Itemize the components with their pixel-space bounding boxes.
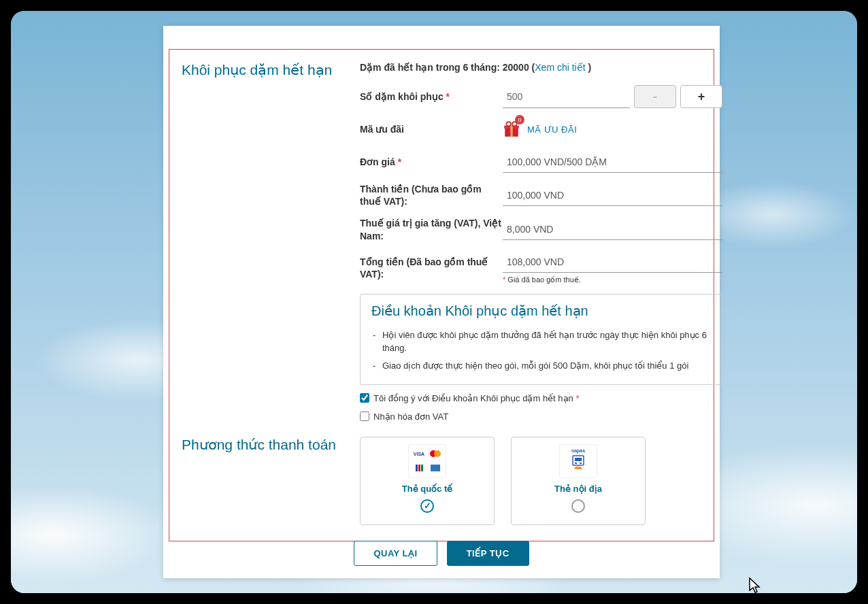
- napas-icon: napas: [559, 444, 597, 478]
- terms-item: Hội viên được khôi phục dặm thưởng đã hế…: [382, 329, 711, 355]
- subtotal-label: Thành tiền (Chưa bao gồm thuế VAT):: [360, 183, 503, 207]
- agree-checkbox[interactable]: [360, 393, 369, 403]
- svg-rect-6: [575, 458, 582, 461]
- detail-link[interactable]: Xem chi tiết: [535, 62, 585, 73]
- terms-item: Giao dịch được thực hiện theo gói, mỗi g…: [382, 359, 711, 373]
- payment-label: Thẻ quốc tế: [402, 484, 453, 494]
- promo-label: Mã ưu đãi: [360, 123, 503, 135]
- radio-unchecked-icon: [571, 499, 585, 513]
- quantity-label: Số dặm khôi phục *: [360, 90, 503, 103]
- card-logos-icon: VISA: [408, 444, 446, 478]
- svg-rect-7: [575, 463, 577, 464]
- payment-label: Thẻ nội địa: [554, 484, 602, 494]
- increase-button[interactable]: +: [680, 85, 722, 108]
- continue-button[interactable]: TIẾP TỤC: [447, 541, 529, 566]
- vat-invoice-label: Nhận hóa đơn VAT: [373, 412, 448, 422]
- unit-price-label: Đơn giá *: [360, 156, 503, 168]
- terms-box: Điều khoản Khôi phục dặm hết hạn Hội viê…: [360, 294, 722, 385]
- back-button[interactable]: QUAY LẠI: [354, 541, 437, 566]
- gift-icon: 0: [503, 120, 520, 138]
- vat-value: 8,000 VND: [503, 219, 722, 240]
- expired-miles-header: Dặm đã hết hạn trong 6 tháng: 20000 (Xem…: [360, 62, 722, 73]
- main-panel: Khôi phục dặm hết hạn Dặm đã hết hạn tro…: [163, 26, 720, 578]
- decrease-button[interactable]: -: [634, 85, 676, 108]
- terms-title: Điều khoản Khôi phục dặm hết hạn: [371, 303, 711, 319]
- agree-label: Tôi đồng ý với Điều khoản Khôi phục dặm …: [373, 393, 579, 403]
- vat-invoice-checkbox[interactable]: [360, 412, 369, 421]
- quantity-input[interactable]: [503, 85, 630, 108]
- price-note: * Giá đã bao gồm thuế.: [503, 275, 722, 284]
- unit-price-value: 100,000 VND/500 DẶM: [503, 152, 722, 173]
- form-container: Khôi phục dặm hết hạn Dặm đã hết hạn tro…: [169, 49, 714, 541]
- total-label: Tổng tiền (Đã bao gồm thuế VAT):: [360, 256, 503, 280]
- promo-code-link[interactable]: MÃ ƯU ĐÃI: [527, 124, 577, 135]
- svg-rect-8: [580, 463, 582, 464]
- section-title: Khôi phục dặm hết hạn: [182, 62, 352, 78]
- svg-rect-2: [510, 126, 512, 137]
- subtotal-value: 100,000 VND: [503, 185, 722, 206]
- total-value: 108,000 VND: [503, 252, 722, 273]
- vat-label: Thuế giá trị gia tăng (VAT), Việt Nam:: [360, 217, 503, 241]
- radio-checked-icon: [420, 499, 434, 513]
- payment-option-international[interactable]: VISA Thẻ quốc tế: [360, 437, 495, 525]
- payment-option-domestic[interactable]: napas Thẻ nội địa: [511, 437, 646, 525]
- expired-miles-amount: 20000: [503, 62, 529, 73]
- payment-title: Phương thức thanh toán: [182, 437, 352, 453]
- promo-badge: 0: [515, 115, 524, 124]
